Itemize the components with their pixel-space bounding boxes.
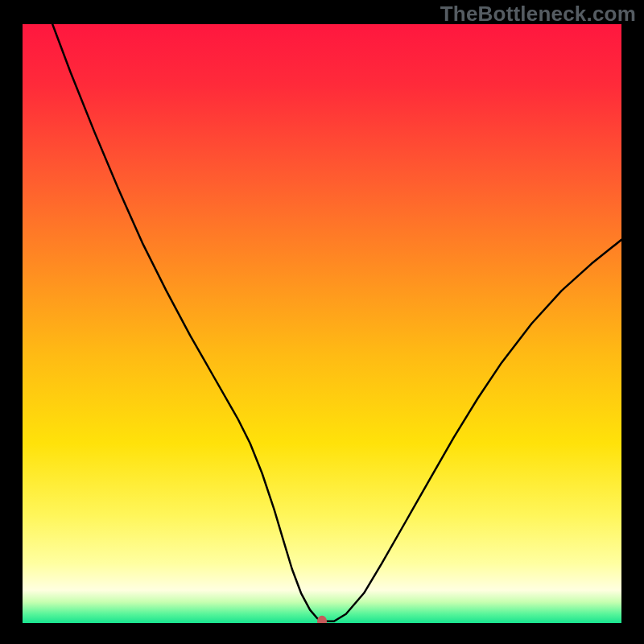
watermark-text: TheBottleneck.com — [440, 2, 636, 27]
chart-frame: TheBottleneck.com — [0, 0, 644, 644]
bottleneck-chart — [23, 24, 621, 623]
